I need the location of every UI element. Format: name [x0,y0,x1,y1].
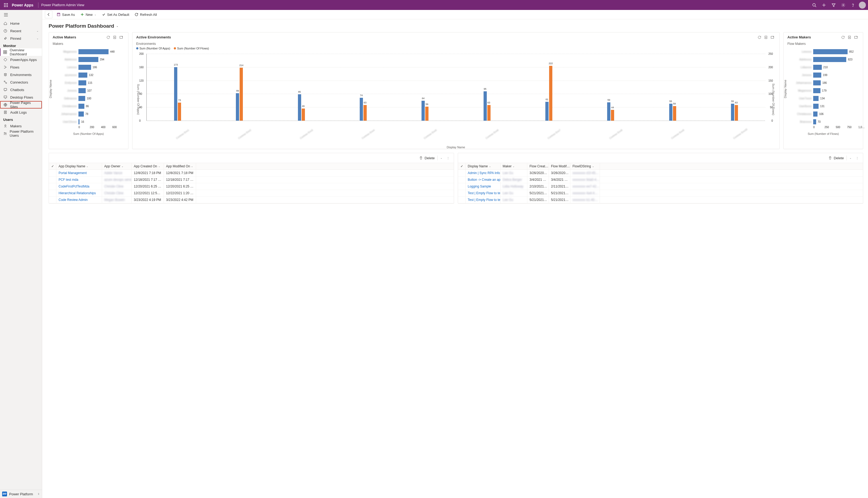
svg-rect-0 [4,3,5,4]
refresh-icon[interactable] [840,34,846,41]
svg-rect-39 [771,36,774,38]
bar-row: Christiexxxx86 [56,102,124,110]
nav-recent[interactable]: Recent⌄ [0,27,42,35]
column-header[interactable]: Maker ⌄ [500,163,527,170]
svg-point-24 [5,82,7,83]
nav-flows[interactable]: Flows [0,63,42,71]
select-all[interactable]: ✓ [458,163,465,170]
nav-label: Power Pages Sites [10,101,38,109]
expand-icon[interactable] [118,34,124,41]
flows-grid: ✓Display Name ⌄Maker ⌄Flow Creat… ⌄Flow … [458,163,863,203]
column-header[interactable]: App Owner ⌄ [102,163,132,170]
more-icon[interactable]: ⋮ [854,157,860,159]
column-header[interactable]: App Display Name ⌄ [56,163,102,170]
delete-button[interactable]: Delete [828,156,844,160]
nav-audit-logs[interactable]: Audit Logs [0,108,42,116]
flows-table-card: Delete ⌄ ⋮ ✓Display Name ⌄Maker ⌄Flow Cr… [458,153,863,204]
sidebar-footer[interactable]: PP Power Platform ⇳ [0,490,42,498]
filter-icon[interactable] [829,0,839,10]
column-header[interactable]: App Created On ⌄ [132,163,164,170]
expand-icon[interactable] [769,34,776,41]
add-icon[interactable] [819,0,829,10]
column-header[interactable]: FlowIDString ⌄ [570,163,600,170]
svg-point-14 [853,6,853,6]
sidebar: Home Recent⌄ Pinned⌄ Monitor Overview Da… [0,10,42,498]
chevron-down-icon[interactable]: ⌄ [850,157,852,159]
chevron-down-icon[interactable]: ⌄ [440,157,443,159]
table-row[interactable]: Test | Empty Flow to tesLee Gu5/21/2021…… [458,197,863,203]
column-header[interactable]: Flow Creat… ⌄ [527,163,549,170]
set-default-button[interactable]: Set As Default [100,12,131,18]
table-row[interactable]: Code Review AdminMegan Bowen3/23/2022 4:… [49,197,454,203]
table-row[interactable]: CodeFirstPcfTestMdaChristie Cline12/20/2… [49,183,454,190]
save-as-button[interactable]: Save As [54,12,77,18]
hamburger-icon[interactable] [0,10,42,19]
nav-makers[interactable]: Makers [0,122,42,130]
refresh-button[interactable]: Refresh All [132,12,159,18]
expand-icon[interactable] [853,34,859,41]
svg-point-9 [813,3,815,6]
global-header: Power Apps Power Platform Admin View [0,0,868,10]
bar-row: Lidiaxxxx210 [791,63,868,71]
chatbot-icon [3,88,8,92]
column-header[interactable]: Display Name ⌄ [465,163,500,170]
export-icon[interactable] [111,34,118,41]
nav-desktop-flows[interactable]: Desktop Flows [0,93,42,101]
settings-icon[interactable] [839,0,848,10]
nav-powerapps-apps[interactable]: PowerApps Apps [0,56,42,63]
delete-button[interactable]: Delete [419,156,435,160]
nav-power-pages-sites[interactable]: Power Pages Sites [0,101,42,108]
table-row[interactable]: Hierarchical RelationshipsChristie Cline… [49,190,454,197]
nav-pinned[interactable]: Pinned⌄ [0,35,42,42]
app-launcher-icon[interactable] [2,1,10,9]
nav-chatbots[interactable]: Chatbots [0,86,42,93]
btn-label: Refresh All [140,13,157,17]
table-row[interactable]: Portal ManagementAdele Vance12/8/2021 7:… [49,170,454,176]
search-icon[interactable] [810,0,819,10]
y-axis-right-label: Sum (Number Of Flows) [772,83,775,116]
new-button[interactable]: New⌄ [78,12,98,18]
nav-overview-dashboard[interactable]: Overview Dashboard [0,48,42,56]
bar-chart-makers: Meganxxxx448Adelexxxx294Leexxxx186azurex… [52,47,128,131]
refresh-icon[interactable] [105,34,111,41]
table-row[interactable]: Logging SampleLidia Holloway2/10/2021…2/… [458,183,863,190]
nav-label: Connectors [10,80,28,84]
nav-connectors[interactable]: Connectors [0,78,42,86]
svg-line-10 [815,6,816,7]
more-icon[interactable]: ⋮ [445,157,451,159]
svg-point-13 [843,4,844,5]
x-axis-label: Sum (Number of Flows) [784,132,863,135]
nav-environments[interactable]: Environments [0,71,42,78]
svg-rect-22 [5,52,7,54]
column-header[interactable]: App Modified On ⌄ [164,163,196,170]
app-badge: PP [2,492,7,496]
apps-icon [3,58,8,62]
desktop-icon [3,95,8,99]
table-row[interactable]: Admin | Sync RPA InforLee Gu3/26/2020…3/… [458,170,863,176]
refresh-icon[interactable] [756,34,763,41]
help-icon[interactable] [848,0,858,10]
avatar[interactable] [859,2,866,9]
bar-row: Leexxxx852 [791,48,868,56]
bar-row: User10xxxx16 [56,118,124,126]
page-title[interactable]: Power Platform Dashboard⌄ [49,23,863,29]
nav-home[interactable]: Home [0,19,42,27]
svg-rect-1 [5,3,6,4]
export-icon[interactable] [763,34,769,41]
back-button[interactable] [45,11,52,18]
column-header[interactable]: Flow Modif… ⌄ [549,163,570,170]
card-title: Active Makers [787,35,811,39]
svg-rect-3 [4,4,5,5]
card-active-makers-flows: Active Makers Flow Makers Display Name L… [784,32,863,149]
bar-row: Meganxxxx448 [56,48,124,56]
table-row[interactable]: PCF test mdaazure devops service12/18/20… [49,176,454,183]
nav-platform-users[interactable]: Power Platform Users [0,130,42,137]
bar-row: Jonxxxx199 [791,71,868,79]
table-row[interactable]: Test | Empty Flow to tesLee Gu5/21/2021…… [458,190,863,197]
x-axis-label: Sum (Number Of Apps) [49,132,128,135]
select-all[interactable]: ✓ [49,163,56,170]
nav-label: Audit Logs [10,110,27,115]
export-icon[interactable] [846,34,853,41]
bar-row: User8xxxx131 [791,102,868,110]
table-row[interactable]: Button -> Create an apDebra Berger3/4/20… [458,176,863,183]
